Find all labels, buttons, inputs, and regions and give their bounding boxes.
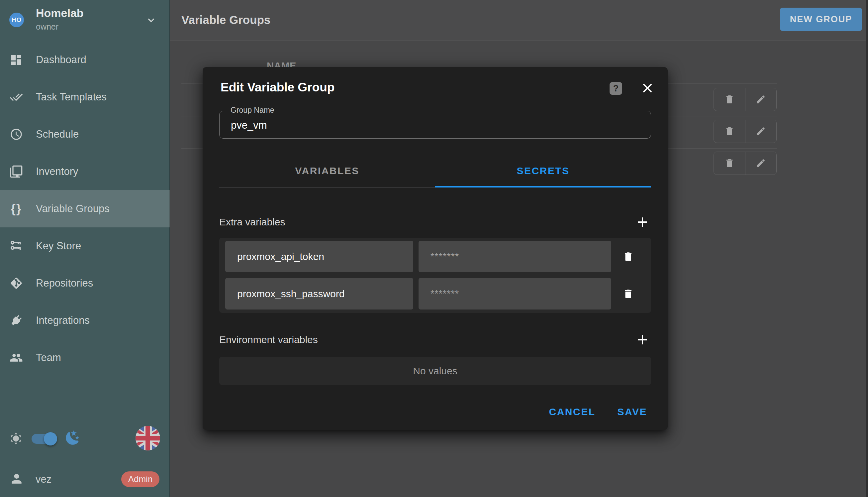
extra-variables-panel: proxmox_api_token ******* proxmox_ssh_pa… [219, 238, 651, 313]
project-name: Homelab [36, 6, 84, 19]
keys-icon [9, 239, 23, 253]
dark-mode-toggle[interactable] [32, 434, 57, 444]
page-title: Variable Groups [181, 13, 270, 27]
table-row-actions [713, 88, 777, 111]
edit-group-button[interactable] [745, 120, 777, 143]
secret-value-input[interactable]: ******* [418, 278, 611, 310]
new-group-button[interactable]: NEW GROUP [780, 8, 862, 31]
sidebar-item-label: Schedule [36, 128, 79, 140]
add-environment-variable-button[interactable] [634, 332, 650, 348]
plus-icon [634, 332, 650, 348]
group-name-label: Group Name [227, 106, 277, 115]
git-icon [9, 276, 23, 290]
sidebar-item-variable-groups[interactable]: {} Variable Groups [0, 190, 170, 227]
secret-value-input[interactable]: ******* [418, 241, 611, 272]
project-switcher[interactable]: HO Homelab owner [0, 0, 170, 40]
tab-underline-inactive [219, 187, 435, 187]
sidebar-item-label: Dashboard [36, 54, 86, 66]
sidebar-item-repositories[interactable]: Repositories [0, 265, 170, 302]
sidebar-nav: Dashboard Task Templates Schedule Invent… [0, 41, 170, 376]
dialog-tabs: VARIABLES SECRETS [219, 154, 651, 187]
project-avatar: HO [9, 13, 24, 27]
sidebar-item-integrations[interactable]: Integrations [0, 302, 170, 339]
sidebar-item-task-templates[interactable]: Task Templates [0, 79, 170, 116]
sidebar-item-team[interactable]: Team [0, 339, 170, 376]
add-extra-variable-button[interactable] [634, 214, 650, 230]
people-icon [9, 351, 23, 365]
group-name-value: pve_vm [231, 119, 267, 131]
user-menu[interactable]: vez Admin [0, 467, 170, 494]
language-flag-uk[interactable] [135, 426, 160, 451]
edit-group-button[interactable] [745, 88, 777, 111]
plug-icon [9, 313, 23, 327]
plus-icon [634, 214, 650, 230]
sidebar-item-label: Repositories [36, 277, 93, 289]
sidebar-item-schedule[interactable]: Schedule [0, 116, 170, 153]
trash-icon [622, 251, 634, 262]
dialog-actions: CANCEL SAVE [543, 402, 653, 422]
delete-group-button[interactable] [714, 152, 745, 174]
sidebar-item-label: Team [36, 352, 61, 364]
cancel-button[interactable]: CANCEL [543, 402, 602, 422]
pencil-icon [755, 158, 766, 169]
toggle-knob [44, 432, 57, 445]
save-button[interactable]: SAVE [612, 402, 653, 422]
scrollbar[interactable] [866, 0, 868, 497]
tab-underline-active [435, 186, 651, 187]
moon-stars-icon [64, 429, 81, 446]
close-icon[interactable] [640, 81, 655, 96]
sidebar-item-key-store[interactable]: Key Store [0, 227, 170, 265]
secret-row: proxmox_ssh_password ******* [225, 278, 645, 310]
sidebar-item-label: Task Templates [36, 91, 107, 103]
dialog-title: Edit Variable Group [221, 81, 335, 95]
environment-variables-label: Environment variables [219, 334, 318, 345]
dashboard-icon [9, 53, 23, 67]
project-role: owner [36, 22, 58, 32]
edit-variable-group-dialog: Edit Variable Group ? Group Name pve_vm … [203, 67, 668, 430]
username: vez [35, 473, 52, 485]
tab-secrets[interactable]: SECRETS [435, 154, 651, 187]
extra-variables-label: Extra variables [219, 216, 285, 228]
admin-badge: Admin [121, 471, 160, 487]
pencil-icon [755, 94, 766, 105]
sidebar-item-inventory[interactable]: Inventory [0, 153, 170, 190]
table-row-actions [713, 152, 777, 175]
sidebar: HO Homelab owner Dashboard Task Template… [0, 0, 170, 497]
delete-group-button[interactable] [714, 88, 745, 111]
environment-variables-header: Environment variables [219, 330, 651, 349]
sun-icon [9, 431, 23, 446]
braces-icon: {} [9, 202, 23, 216]
table-row-actions [713, 120, 777, 143]
help-button[interactable]: ? [609, 82, 622, 95]
sidebar-item-label: Integrations [36, 314, 90, 326]
environment-variables-empty: No values [219, 357, 651, 385]
sidebar-item-dashboard[interactable]: Dashboard [0, 41, 170, 79]
sidebar-item-label: Inventory [36, 166, 78, 178]
group-name-field[interactable]: Group Name pve_vm [219, 111, 651, 139]
trash-icon [724, 126, 735, 137]
delete-group-button[interactable] [714, 120, 745, 143]
pencil-icon [755, 126, 766, 137]
sidebar-item-label: Key Store [36, 240, 81, 252]
extra-variables-header: Extra variables [219, 213, 651, 231]
secret-key-input[interactable]: proxmox_api_token [225, 241, 413, 272]
delete-secret-button[interactable] [611, 251, 645, 262]
double-check-icon [9, 90, 23, 104]
sidebar-item-label: Variable Groups [36, 203, 109, 215]
trash-icon [724, 94, 735, 105]
monitor-icon [9, 165, 23, 179]
secret-key-input[interactable]: proxmox_ssh_password [225, 278, 413, 310]
chevron-down-icon [145, 14, 158, 27]
theme-row [0, 426, 170, 452]
trash-icon [622, 288, 634, 299]
secret-row: proxmox_api_token ******* [225, 241, 645, 272]
clock-icon [9, 127, 23, 141]
delete-secret-button[interactable] [611, 288, 645, 299]
top-bar: Variable Groups NEW GROUP [170, 0, 868, 41]
tab-variables[interactable]: VARIABLES [219, 154, 435, 187]
person-icon [9, 471, 24, 486]
edit-group-button[interactable] [745, 152, 777, 174]
trash-icon [724, 158, 735, 169]
